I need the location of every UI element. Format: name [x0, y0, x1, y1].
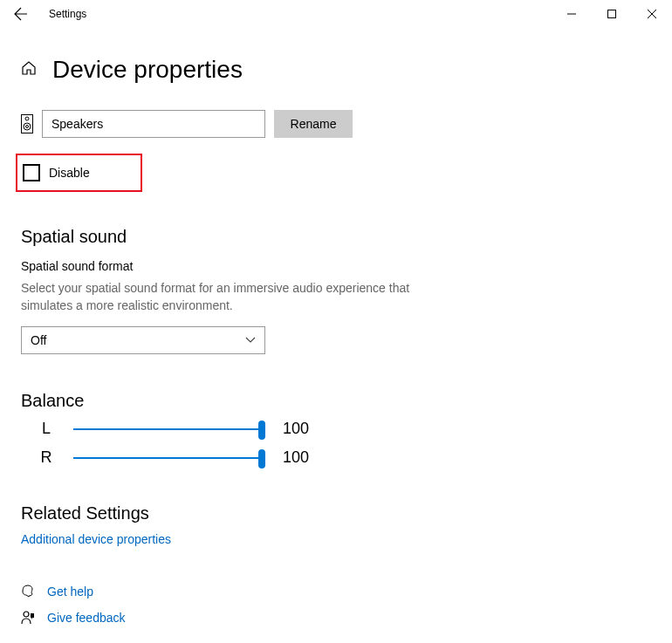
page-title: Device properties	[52, 56, 243, 84]
spatial-sound-heading: Spatial sound	[21, 227, 651, 247]
related-settings-heading: Related Settings	[21, 503, 651, 523]
speaker-icon	[21, 114, 33, 133]
maximize-button[interactable]	[592, 0, 632, 28]
svg-point-2	[25, 117, 29, 120]
additional-properties-link[interactable]: Additional device properties	[21, 532, 651, 546]
spatial-format-selected: Off	[31, 333, 46, 347]
maximize-icon	[607, 10, 616, 18]
get-help-text: Get help	[47, 585, 93, 599]
disable-label: Disable	[49, 166, 90, 180]
spatial-format-label: Spatial sound format	[21, 259, 651, 273]
minimize-icon	[567, 10, 576, 18]
svg-point-4	[26, 126, 29, 128]
window-title: Settings	[49, 8, 86, 20]
give-feedback-link[interactable]: Give feedback	[21, 611, 651, 625]
get-help-link[interactable]: Get help	[21, 585, 651, 599]
close-button[interactable]	[632, 0, 672, 28]
balance-right-value: 100	[283, 448, 309, 467]
give-feedback-text: Give feedback	[47, 611, 126, 625]
device-name-input[interactable]	[42, 110, 265, 138]
balance-right-slider[interactable]	[73, 457, 262, 459]
balance-left-slider[interactable]	[73, 428, 262, 430]
svg-point-3	[24, 123, 31, 130]
disable-checkbox[interactable]	[23, 164, 40, 181]
svg-rect-0	[608, 10, 616, 18]
balance-right-label: R	[33, 448, 59, 467]
svg-point-5	[24, 612, 29, 617]
spatial-format-dropdown[interactable]: Off	[21, 326, 265, 354]
rename-button[interactable]: Rename	[274, 110, 353, 138]
home-icon[interactable]	[21, 60, 37, 79]
back-button[interactable]	[7, 0, 35, 28]
help-icon	[21, 585, 35, 599]
chevron-down-icon	[245, 337, 256, 344]
spatial-description: Select your spatial sound format for an …	[21, 280, 440, 314]
arrow-left-icon	[14, 7, 28, 21]
balance-heading: Balance	[21, 391, 651, 411]
feedback-icon	[21, 611, 35, 625]
minimize-button[interactable]	[552, 0, 592, 28]
close-icon	[648, 10, 656, 18]
balance-left-label: L	[33, 420, 59, 438]
slider-thumb[interactable]	[258, 449, 265, 469]
slider-thumb[interactable]	[258, 421, 265, 440]
balance-left-value: 100	[283, 420, 309, 438]
disable-highlight: Disable	[16, 154, 142, 192]
